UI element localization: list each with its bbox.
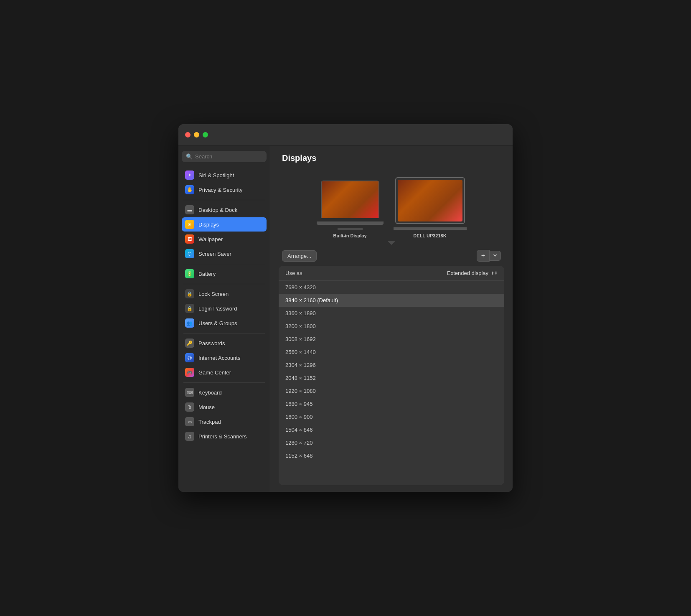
displays-preview-area: Built-in Display DELL UP3218K (270, 169, 513, 238)
sidebar-item-wallpaper[interactable]: 🖼 Wallpaper (182, 232, 267, 246)
sidebar-item-mouse[interactable]: 🖱 Mouse (182, 400, 267, 414)
sidebar-item-siri-spotlight[interactable]: ✦ Siri & Spotlight (182, 168, 267, 182)
sidebar-divider-2 (183, 264, 265, 264)
sidebar-divider-1 (183, 200, 265, 200)
sidebar-item-label: Lock Screen (198, 291, 229, 297)
main-content: 🔍 ✦ Siri & Spotlight ✋ Privacy & Securit… (178, 146, 513, 492)
resolution-item[interactable]: 3008 × 1692 (279, 333, 504, 346)
sidebar-item-passwords[interactable]: 🔑 Passwords (182, 336, 267, 350)
sidebar-item-privacy-security[interactable]: ✋ Privacy & Security (182, 183, 267, 197)
wallpaper-icon: 🖼 (185, 234, 194, 244)
stepper-icon: ⬆⬇ (491, 271, 498, 275)
page-title: Displays (282, 153, 316, 163)
printers-scanners-icon: 🖨 (185, 432, 194, 441)
builtin-display-item: Built-in Display (317, 181, 384, 238)
resolution-item[interactable]: 1504 × 846 (279, 423, 504, 436)
resolution-item[interactable]: 1280 × 720 (279, 436, 504, 449)
traffic-lights (185, 132, 208, 137)
search-box[interactable]: 🔍 (182, 151, 267, 162)
resolution-item[interactable]: 3200 × 1800 (279, 320, 504, 333)
resolution-item[interactable]: 2560 × 1440 (279, 346, 504, 359)
arrange-btn-row: Arrange... + (270, 245, 513, 262)
siri-spotlight-icon: ✦ (185, 171, 194, 180)
resolution-item[interactable]: 1600 × 900 (279, 410, 504, 423)
search-input[interactable] (195, 153, 262, 160)
extended-display-selector[interactable]: Extended display ⬆⬇ (447, 270, 498, 276)
screen-saver-icon: ⬡ (185, 249, 194, 258)
sidebar-item-printers-scanners[interactable]: 🖨 Printers & Scanners (182, 429, 267, 443)
sidebar-item-label: Login Password (198, 305, 237, 312)
arrow-down-icon (387, 241, 396, 245)
sidebar-item-label: Wallpaper (198, 236, 223, 242)
sidebar-item-label: Privacy & Security (198, 187, 242, 193)
sidebar-item-login-password[interactable]: 🔒 Login Password (182, 301, 267, 316)
passwords-icon: 🔑 (185, 339, 194, 348)
resolution-panel: Use as Extended display ⬆⬇ 7680 × 432038… (279, 266, 504, 485)
sidebar-item-game-center[interactable]: 🎮 Game Center (182, 365, 267, 379)
use-as-row: Use as Extended display ⬆⬇ (279, 266, 504, 281)
sidebar: 🔍 ✦ Siri & Spotlight ✋ Privacy & Securit… (178, 146, 270, 492)
dell-display-item: DELL UP3218K (394, 177, 467, 238)
displays-icon: ☀ (185, 220, 194, 229)
extended-display-value: Extended display (447, 270, 488, 276)
use-as-label: Use as (285, 270, 302, 276)
main-window: 🔍 ✦ Siri & Spotlight ✋ Privacy & Securit… (178, 124, 513, 492)
close-button[interactable] (185, 132, 191, 137)
battery-icon: 🔋 (185, 269, 194, 278)
users-groups-icon: 👥 (185, 318, 194, 328)
sidebar-item-keyboard[interactable]: ⌨ Keyboard (182, 385, 267, 400)
builtin-base (317, 221, 384, 225)
resolution-item[interactable]: 3840 × 2160 (Default) (279, 294, 504, 307)
sidebar-item-label: Desktop & Dock (198, 207, 237, 213)
sidebar-item-label: Displays (198, 221, 219, 228)
sidebar-item-internet-accounts[interactable]: @ Internet Accounts (182, 351, 267, 365)
internet-accounts-icon: @ (185, 353, 194, 362)
resolution-item[interactable]: 7680 × 4320 (279, 281, 504, 294)
sidebar-item-label: Screen Saver (198, 251, 231, 257)
sidebar-item-label: Internet Accounts (198, 355, 240, 361)
search-icon: 🔍 (186, 153, 193, 160)
resolution-item[interactable]: 1152 × 648 (279, 449, 504, 462)
sidebar-item-label: Game Center (198, 369, 231, 376)
dell-screen-wrapper (395, 177, 465, 224)
arrow-indicator (270, 241, 513, 245)
add-display-dropdown-button[interactable] (490, 251, 501, 261)
resolution-item[interactable]: 1920 × 1080 (279, 384, 504, 397)
chevron-down-icon (493, 253, 497, 257)
minimize-button[interactable] (194, 132, 199, 137)
resolution-item[interactable]: 3360 × 1890 (279, 307, 504, 320)
trackpad-icon: ▭ (185, 417, 194, 426)
dell-screen-graphic (398, 180, 462, 221)
builtin-display-screen (321, 181, 379, 218)
resolution-item[interactable]: 2304 × 1296 (279, 359, 504, 372)
sidebar-item-label: Trackpad (198, 419, 221, 425)
resolution-item[interactable]: 1680 × 945 (279, 397, 504, 410)
sidebar-item-label: Users & Groups (198, 320, 237, 326)
resolution-item[interactable]: 2048 × 1152 (279, 372, 504, 384)
login-password-icon: 🔒 (185, 304, 194, 313)
arrange-button[interactable]: Arrange... (282, 250, 317, 262)
sidebar-item-users-groups[interactable]: 👥 Users & Groups (182, 316, 267, 330)
maximize-button[interactable] (203, 132, 208, 137)
sidebar-item-screen-saver[interactable]: ⬡ Screen Saver (182, 247, 267, 261)
keyboard-icon: ⌨ (185, 388, 194, 397)
privacy-security-icon: ✋ (185, 185, 194, 194)
resolution-list[interactable]: 7680 × 43203840 × 2160 (Default)3360 × 1… (279, 281, 504, 485)
sidebar-item-label: Battery (198, 271, 216, 277)
sidebar-divider-4 (183, 333, 265, 333)
sidebar-item-battery[interactable]: 🔋 Battery (182, 267, 267, 281)
sidebar-item-label: Mouse (198, 404, 215, 410)
desktop-dock-icon: ▬ (185, 205, 194, 214)
sidebar-divider-5 (183, 382, 265, 383)
sidebar-item-label: Keyboard (198, 389, 222, 396)
sidebar-item-displays[interactable]: ☀ Displays (182, 217, 267, 232)
sidebar-item-trackpad[interactable]: ▭ Trackpad (182, 415, 267, 429)
detail-panel: Displays Built-in Display (270, 146, 513, 492)
sidebar-item-desktop-dock[interactable]: ▬ Desktop & Dock (182, 203, 267, 217)
sidebar-divider-3 (183, 284, 265, 284)
lock-screen-icon: 🔒 (185, 289, 194, 298)
builtin-stand (338, 228, 363, 230)
sidebar-item-lock-screen[interactable]: 🔒 Lock Screen (182, 287, 267, 301)
add-display-button[interactable]: + (477, 250, 490, 262)
sidebar-item-label: Passwords (198, 340, 225, 346)
